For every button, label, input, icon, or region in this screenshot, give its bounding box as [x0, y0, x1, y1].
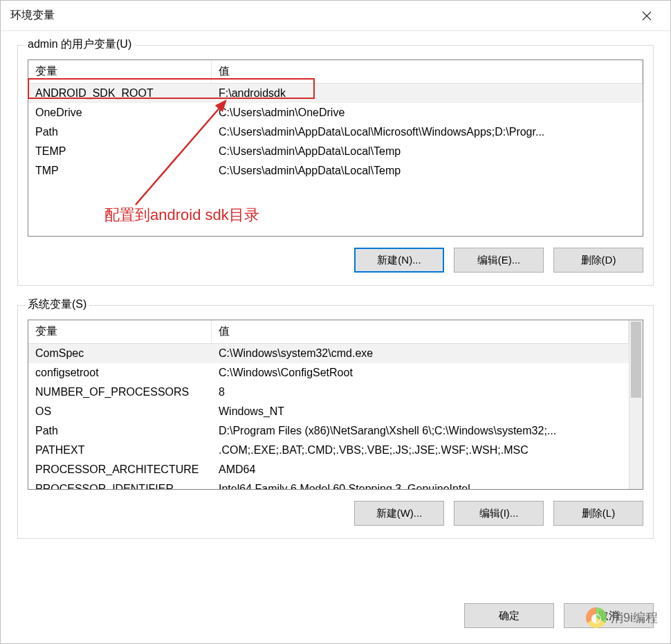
system-vars-scrollbar[interactable]: [629, 320, 643, 489]
var-name: OS: [28, 404, 212, 419]
env-vars-dialog: 环境变量 admin 的用户变量(U) 变量 值 ANDROID_SDK_ROO…: [0, 0, 671, 644]
dialog-footer: 确定 取消: [1, 594, 670, 643]
list-header: 变量 值: [28, 320, 629, 344]
var-value: C:\Users\admin\AppData\Local\Temp: [212, 144, 643, 159]
var-name: NUMBER_OF_PROCESSORS: [28, 385, 212, 400]
titlebar: 环境变量: [1, 1, 670, 31]
user-vars-legend: admin 的用户变量(U): [25, 37, 134, 52]
edit-user-var-button[interactable]: 编辑(E)...: [454, 248, 544, 273]
var-value: AMD64: [212, 462, 629, 477]
var-value: 8: [212, 385, 629, 400]
list-item[interactable]: OneDrive C:\Users\admin\OneDrive: [28, 103, 643, 122]
list-item[interactable]: Path D:\Program Files (x86)\NetSarang\Xs…: [28, 421, 629, 441]
system-vars-list[interactable]: 变量 值 ComSpec C:\Windows\system32\cmd.exe…: [28, 320, 643, 490]
delete-user-var-button[interactable]: 删除(D): [553, 248, 643, 273]
var-name: TMP: [28, 163, 212, 178]
var-name: Path: [28, 423, 212, 439]
close-icon: [642, 11, 652, 21]
list-item[interactable]: ComSpec C:\Windows\system32\cmd.exe: [28, 344, 629, 363]
dialog-content: admin 的用户变量(U) 变量 值 ANDROID_SDK_ROOT F:\…: [1, 31, 670, 594]
watermark: ◐ 消9i编程: [586, 607, 658, 628]
var-value: C:\Users\admin\AppData\Local\Temp: [212, 163, 643, 178]
var-name: TEMP: [28, 144, 212, 159]
list-item[interactable]: TEMP C:\Users\admin\AppData\Local\Temp: [28, 142, 643, 161]
list-item[interactable]: OS Windows_NT: [28, 402, 629, 421]
list-item[interactable]: PATHEXT .COM;.EXE;.BAT;.CMD;.VBS;.VBE;.J…: [28, 441, 629, 460]
user-vars-group: admin 的用户变量(U) 变量 值 ANDROID_SDK_ROOT F:\…: [17, 45, 654, 286]
var-value: C:\Users\admin\OneDrive: [212, 105, 643, 120]
new-user-var-button[interactable]: 新建(N)...: [354, 248, 444, 273]
scrollbar-thumb[interactable]: [631, 322, 641, 398]
var-value: C:\Windows\system32\cmd.exe: [212, 346, 629, 361]
col-header-value[interactable]: 值: [212, 320, 629, 343]
col-header-value[interactable]: 值: [212, 60, 643, 83]
var-value: C:\Windows\ConfigSetRoot: [212, 365, 629, 380]
var-name: ANDROID_SDK_ROOT: [28, 86, 212, 101]
col-header-name[interactable]: 变量: [28, 60, 212, 83]
close-button[interactable]: [633, 2, 661, 30]
list-item[interactable]: ANDROID_SDK_ROOT F:\androidsdk: [28, 84, 643, 103]
list-header: 变量 值: [28, 60, 643, 84]
var-value: .COM;.EXE;.BAT;.CMD;.VBS;.VBE;.JS;.JSE;.…: [212, 443, 629, 458]
var-value: D:\Program Files (x86)\NetSarang\Xshell …: [212, 423, 629, 439]
list-item[interactable]: configsetroot C:\Windows\ConfigSetRoot: [28, 363, 629, 383]
var-name: Path: [28, 125, 212, 140]
user-vars-buttons: 新建(N)... 编辑(E)... 删除(D): [28, 248, 643, 273]
list-item[interactable]: Path C:\Users\admin\AppData\Local\Micros…: [28, 122, 643, 142]
user-vars-body: ANDROID_SDK_ROOT F:\androidsdk OneDrive …: [28, 84, 643, 236]
var-value: F:\androidsdk: [212, 86, 643, 101]
list-item[interactable]: PROCESSOR_IDENTIFIER Intel64 Family 6 Mo…: [28, 479, 629, 489]
system-vars-buttons: 新建(W)... 编辑(I)... 删除(L): [28, 501, 643, 526]
list-item[interactable]: PROCESSOR_ARCHITECTURE AMD64: [28, 460, 629, 479]
system-vars-body: ComSpec C:\Windows\system32\cmd.exe conf…: [28, 344, 629, 489]
list-item[interactable]: NUMBER_OF_PROCESSORS 8: [28, 383, 629, 402]
edit-system-var-button[interactable]: 编辑(I)...: [454, 501, 544, 526]
var-name: configsetroot: [28, 365, 212, 380]
watermark-text: 消9i编程: [611, 609, 658, 626]
var-value: Windows_NT: [212, 404, 629, 419]
window-title: 环境变量: [10, 8, 633, 23]
wechat-icon: ◐: [586, 607, 607, 628]
col-header-name[interactable]: 变量: [28, 320, 212, 343]
system-vars-legend: 系统变量(S): [25, 297, 89, 312]
user-vars-list[interactable]: 变量 值 ANDROID_SDK_ROOT F:\androidsdk OneD…: [28, 59, 643, 237]
var-name: OneDrive: [28, 105, 212, 120]
ok-button[interactable]: 确定: [464, 603, 554, 628]
var-name: PROCESSOR_IDENTIFIER: [28, 481, 212, 489]
var-name: PROCESSOR_ARCHITECTURE: [28, 462, 212, 477]
var-value: Intel64 Family 6 Model 60 Stepping 3, Ge…: [212, 481, 629, 489]
var-name: PATHEXT: [28, 443, 212, 458]
delete-system-var-button[interactable]: 删除(L): [553, 501, 643, 526]
var-value: C:\Users\admin\AppData\Local\Microsoft\W…: [212, 125, 643, 140]
new-system-var-button[interactable]: 新建(W)...: [354, 501, 444, 526]
list-item[interactable]: TMP C:\Users\admin\AppData\Local\Temp: [28, 161, 643, 181]
system-vars-group: 系统变量(S) 变量 值 ComSpec C:\Windows\system32…: [17, 305, 654, 539]
var-name: ComSpec: [28, 346, 212, 361]
